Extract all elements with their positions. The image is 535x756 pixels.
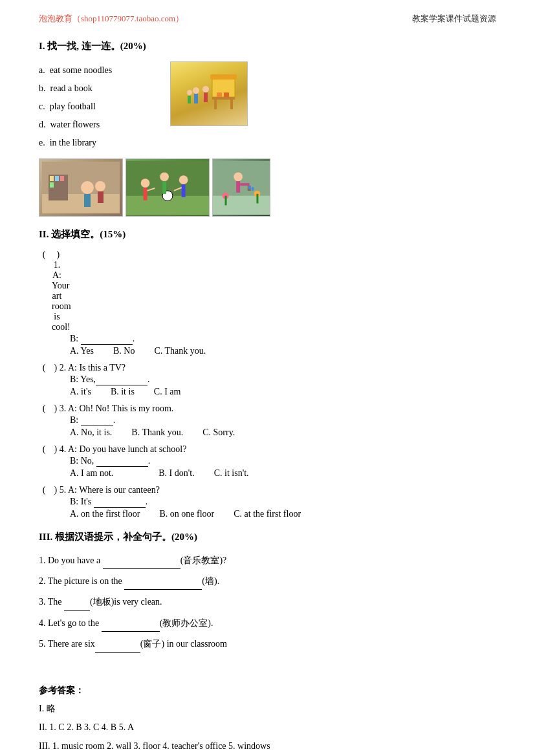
q2-b-line: B: Yes, . [70, 374, 496, 385]
q1-paren: ( [39, 250, 49, 260]
svg-rect-21 [84, 194, 91, 207]
q2-opt-c: C. I am [154, 387, 181, 397]
question-3: ( ) 3. A: Oh! No! This is my room. B: . … [39, 404, 496, 438]
list-item: e. in the library [39, 134, 112, 152]
svg-point-4 [202, 86, 209, 92]
svg-point-45 [248, 186, 251, 189]
svg-rect-39 [240, 183, 250, 186]
fill-3: 3. The (地板)is very clean. [39, 594, 496, 610]
section-1-content: a. eat some noodles b. read a book c. pl… [39, 61, 496, 152]
q5-line: ( ) 5. A: Where is our canteen? [39, 485, 496, 495]
photo-2-svg [126, 160, 209, 215]
photo-1 [39, 158, 123, 217]
answer-section: 参考答案： I. 略 II. 1. C 2. B 3. C 4. B 5. A … [39, 672, 496, 755]
fill-2: 2. The picture is on the (墙). [39, 573, 496, 590]
question-4: ( ) 4. A: Do you have lunch at school? B… [39, 444, 496, 479]
item-letter: b. [39, 83, 46, 93]
svg-rect-9 [214, 100, 217, 109]
header-right-text: 教案学案课件试题资源 [412, 13, 496, 25]
blank-2 [124, 573, 202, 590]
q4-line: ( ) 4. A: Do you have lunch at school? [39, 444, 496, 455]
answer-line-2: II. 1. C 2. B 3. C 4. B 5. A [39, 719, 496, 735]
list-item: c. play football [39, 98, 112, 116]
q2-opt-a: A. it's [70, 387, 91, 397]
svg-rect-16 [50, 176, 54, 181]
svg-rect-42 [225, 195, 227, 205]
question-2: ( ) 2. A: Is this a TV? B: Yes, . A. it'… [39, 363, 496, 397]
q4-blank [96, 456, 148, 467]
q5-b-line: B: It's . [70, 497, 496, 508]
svg-rect-11 [217, 92, 222, 97]
q1-blank [81, 334, 133, 345]
section-2-title: II. 选择填空。(15%) [39, 228, 496, 241]
q5-paren: ( [39, 485, 49, 495]
question-1: ( ) 1. A: Your art room is cool! B: . A.… [39, 250, 496, 356]
svg-point-37 [234, 172, 243, 181]
svg-rect-38 [236, 181, 240, 193]
section-3-title: III. 根据汉语提示，补全句子。(20%) [39, 531, 496, 543]
q3-options: A. No, it is. B. Thank you. C. Sorry. [70, 427, 496, 438]
q1-opt-c: C. Thank you. [154, 346, 206, 356]
page-header: 泡泡教育（shop110779077.taobao.com） 教案学案课件试题资… [39, 13, 496, 25]
blank-1 [103, 552, 180, 569]
blank-4 [102, 615, 160, 632]
svg-rect-12 [224, 92, 229, 97]
section-1-title: I. 找一找, 连一连。(20%) [39, 40, 496, 52]
fill-5: 5. There are six (窗子) in our classroom [39, 636, 496, 653]
svg-rect-44 [256, 193, 258, 203]
q3-paren: ( [39, 404, 49, 414]
q3-text: ) 3. A: Oh! No! This is my room. [52, 404, 173, 414]
q4-options: A. I am not. B. I don't. C. it isn't. [70, 468, 496, 479]
svg-point-22 [95, 181, 105, 191]
q5-text: ) 5. A: Where is our canteen? [52, 485, 160, 495]
svg-rect-8 [212, 97, 235, 100]
illustration-svg [177, 68, 241, 120]
blank-3 [64, 594, 90, 610]
photo-3 [212, 158, 270, 217]
svg-rect-34 [162, 181, 166, 194]
q5-opt-c: C. at the first floor [234, 509, 301, 519]
q3-opt-b: B. Thank you. [131, 427, 183, 438]
svg-rect-17 [55, 176, 59, 181]
q5-opt-a: A. on the first floor [70, 509, 140, 519]
q4-opt-b: B. I don't. [158, 468, 194, 479]
svg-rect-18 [60, 176, 64, 181]
svg-point-33 [160, 172, 169, 181]
list-item: a. eat some noodles [39, 61, 112, 80]
q3-opt-a: A. No, it is. [70, 427, 112, 438]
item-letter: c. [39, 102, 45, 111]
section-1: I. 找一找, 连一连。(20%) a. eat some noodles b.… [39, 40, 496, 217]
q3-b-line: B: . [70, 415, 496, 426]
q2-blank [96, 374, 147, 385]
item-letter: d. [39, 120, 46, 129]
answer-line-1: I. 略 [39, 700, 496, 717]
svg-rect-5 [204, 92, 208, 102]
q4-opt-c: C. it isn't. [214, 468, 249, 479]
q3-blank [81, 415, 113, 426]
svg-rect-10 [230, 100, 233, 109]
q4-text: ) 4. A: Do you have lunch at school? [52, 444, 186, 455]
q2-paren: ( [39, 363, 49, 373]
photo-row [39, 158, 496, 217]
section-3: III. 根据汉语提示，补全句子。(20%) 1. Do you have a … [39, 531, 496, 653]
svg-point-2 [193, 87, 199, 94]
fill-1: 1. Do you have a (音乐教室)? [39, 552, 496, 569]
svg-point-30 [179, 175, 188, 184]
q1-line: ( ) 1. A: Your art room is cool! [39, 250, 496, 332]
q1-opt-a: A. Yes [70, 346, 94, 356]
q1-options: A. Yes B. No C. Thank you. [70, 346, 496, 356]
svg-rect-28 [144, 188, 147, 200]
svg-rect-23 [98, 191, 104, 203]
q1-opt-b: B. No [113, 346, 135, 356]
q4-b-line: B: No, . [70, 456, 496, 467]
header-left-text: 泡泡教育（shop110779077.taobao.com） [39, 13, 184, 25]
svg-rect-1 [210, 74, 237, 80]
vocab-list-container: a. eat some noodles b. read a book c. pl… [39, 61, 112, 152]
list-item: b. read a book [39, 80, 112, 98]
q3-line: ( ) 3. A: Oh! No! This is my room. [39, 404, 496, 414]
q4-paren: ( [39, 444, 49, 455]
question-5: ( ) 5. A: Where is our canteen? B: It's … [39, 485, 496, 519]
svg-point-6 [187, 90, 192, 95]
svg-rect-3 [194, 94, 198, 103]
q1-paren-close: ) 1. A: Your art room is cool! [52, 250, 62, 332]
